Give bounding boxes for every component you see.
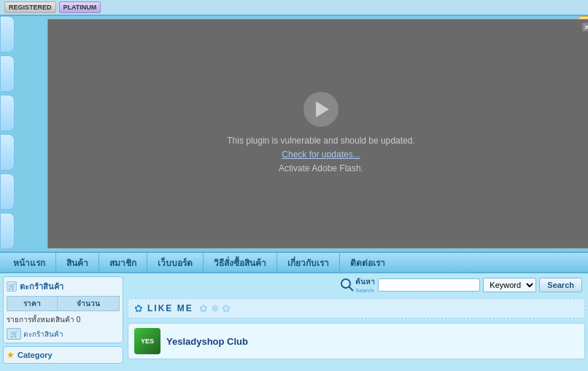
flash-container: ✕ This plugin is vulnerable and should b… xyxy=(47,19,588,249)
cart-btn-icon: 🛒 xyxy=(7,328,21,340)
flash-message: This plugin is vulnerable and should be … xyxy=(227,134,415,176)
flash-close-button[interactable]: ✕ xyxy=(581,22,588,32)
cart-subtotal: รายการทั้งหมดสินค้า 0 xyxy=(7,314,120,325)
cart-title: 🛒 ตะกร้าสินค้า xyxy=(7,280,120,293)
likeme-box: ✿ LIKE ME ✿ ❅ ✿ xyxy=(128,298,585,319)
cart-box: 🛒 ตะกร้าสินค้า ราคา จำนวน รายการทั้งหมดส… xyxy=(3,276,123,343)
club-logo: YES xyxy=(134,328,160,354)
search-icon-wrap: ค้นหา Search xyxy=(339,276,375,294)
category-box: ★ Category xyxy=(3,346,123,364)
nav-item-howto[interactable]: วิธีสั่งซื้อสินค้า xyxy=(204,253,277,273)
top-bar: REGISTERED PLATINUM xyxy=(0,0,588,16)
likeme-deco-right: ✿ ❅ ✿ xyxy=(199,302,231,314)
cart-col-price: ราคา xyxy=(7,297,58,311)
cart-btn-label: ตะกร้าสินค้า xyxy=(23,329,63,340)
cart-label: ตะกร้าสินค้า xyxy=(20,280,63,293)
search-keyword-select[interactable]: Keyword xyxy=(483,278,536,292)
flash-play-icon xyxy=(303,92,339,127)
nav-item-board[interactable]: เว็บบอร์ด xyxy=(147,253,204,273)
side-deco-left xyxy=(0,16,22,252)
svg-point-0 xyxy=(341,279,350,288)
search-input[interactable] xyxy=(378,278,480,292)
deco-bubble-3 xyxy=(0,95,15,131)
nav-item-contact[interactable]: ติดต่อเรา xyxy=(340,253,395,273)
badge-registered: REGISTERED xyxy=(4,1,56,13)
flash-content: This plugin is vulnerable and should be … xyxy=(48,20,588,248)
search-row: ค้นหา Search Keyword Search xyxy=(128,276,585,294)
club-card: YES Yesladyshop Club xyxy=(128,323,585,359)
category-star-icon: ★ xyxy=(7,350,15,360)
club-name: Yesladyshop Club xyxy=(166,336,248,347)
cart-col-qty: จำนวน xyxy=(57,297,119,311)
category-title: ★ Category xyxy=(7,350,120,360)
right-panel: ค้นหา Search Keyword Search ✿ LIKE ME ✿ … xyxy=(128,276,585,371)
svg-line-1 xyxy=(349,287,354,292)
cart-icon: 🛒 xyxy=(7,281,17,292)
like-icon: ✿ xyxy=(134,302,143,314)
nav-item-about[interactable]: เกี่ยวกับเรา xyxy=(277,253,340,273)
deco-bubble-5 xyxy=(0,173,15,210)
likeme-text: LIKE ME xyxy=(147,303,193,313)
nav-item-home[interactable]: หน้าแรก xyxy=(3,253,56,273)
deco-bubble-6 xyxy=(0,213,15,249)
left-panel: 🛒 ตะกร้าสินค้า ราคา จำนวน รายการทั้งหมดส… xyxy=(3,276,123,371)
search-magnifier-icon xyxy=(339,277,355,293)
deco-bubble-4 xyxy=(0,134,15,171)
deco-bubble-1 xyxy=(0,16,15,52)
nav-item-products[interactable]: สินค้า xyxy=(56,253,99,273)
search-icon-text: ค้นหา Search xyxy=(355,276,375,294)
badge-platinum: PLATINUM xyxy=(59,1,101,13)
deco-bubble-2 xyxy=(0,55,15,92)
nav-bar: หน้าแรก สินค้า สมาชิก เว็บบอร์ด วิธีสั่ง… xyxy=(0,251,588,273)
main-content: 🛒 ตะกร้าสินค้า ราคา จำนวน รายการทั้งหมดส… xyxy=(0,273,588,371)
nav-item-members[interactable]: สมาชิก xyxy=(99,253,147,273)
check-updates-link[interactable]: Check for updates... xyxy=(282,149,360,160)
cart-button[interactable]: 🛒 ตะกร้าสินค้า xyxy=(7,328,120,340)
category-label: Category xyxy=(18,351,53,359)
cart-table: ราคา จำนวน xyxy=(7,296,120,311)
